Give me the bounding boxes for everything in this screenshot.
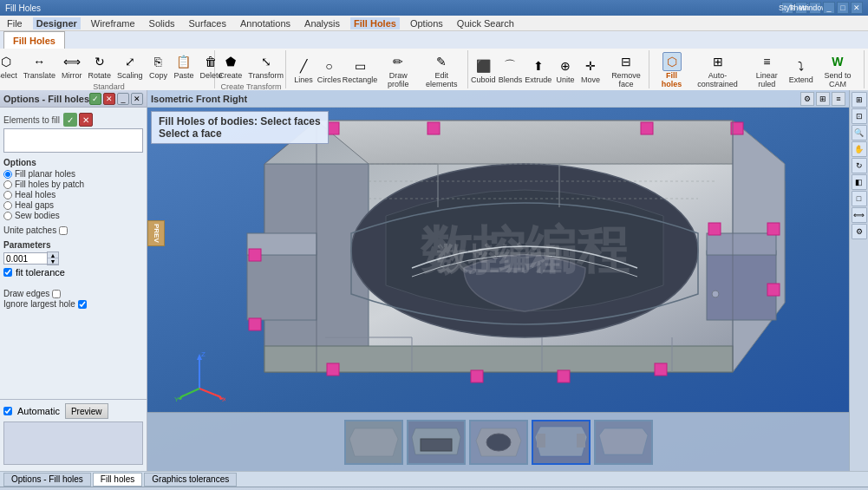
bottom-tab-options-fill[interactable]: Options - Fill holes xyxy=(3,473,91,487)
unite-btn[interactable]: ⊕ Unite xyxy=(553,56,578,85)
auto-constrained-btn[interactable]: ⊞ Auto-constrained xyxy=(689,51,746,89)
preview-btn[interactable]: Preview xyxy=(65,403,108,419)
draw-edges-checkbox[interactable] xyxy=(52,290,61,298)
viewport-zoom-btn[interactable]: ⊞ xyxy=(816,92,830,106)
panel-cancel-btn[interactable]: ✕ xyxy=(103,93,115,105)
menu-analysis[interactable]: Analysis xyxy=(301,17,343,29)
heal-gaps-radio[interactable] xyxy=(3,201,12,210)
elements-fill-input[interactable] xyxy=(3,128,143,153)
panel-minimize-btn[interactable]: _ xyxy=(117,93,129,105)
fill-by-patch-radio[interactable] xyxy=(3,180,12,189)
extrude-btn[interactable]: ⬆ Extrude xyxy=(524,56,552,85)
titlebar-controls: Style Theme Windows _ □ ✕ xyxy=(781,2,863,14)
paste-btn[interactable]: 📋 Paste xyxy=(171,51,196,81)
mirror-btn[interactable]: ⟺ Mirror xyxy=(59,51,85,81)
axis-indicator: Z X Y xyxy=(173,350,225,402)
prev-btn[interactable]: PREV xyxy=(147,220,165,246)
linear-ruled-btn[interactable]: ≡ Linear ruled xyxy=(747,51,787,89)
tolerance-spin: ▲ ▼ xyxy=(3,252,59,265)
menubar: File Designer Wireframe Solids Surfaces … xyxy=(0,16,868,31)
create-btn[interactable]: ⬟ Create xyxy=(216,51,245,81)
close-btn[interactable]: ✕ xyxy=(851,2,863,14)
lines-btn[interactable]: ╱ Lines xyxy=(291,56,316,85)
ignore-largest-checkbox[interactable] xyxy=(78,300,87,309)
options-section-label: Options xyxy=(3,158,143,167)
rotate-btn[interactable]: ↻ Rotate xyxy=(85,51,114,81)
bottom-tab-graphics[interactable]: Graphics tolerances xyxy=(144,473,237,487)
cuboid-btn[interactable]: ⬛ Cuboid xyxy=(470,56,497,85)
maximize-btn[interactable]: □ xyxy=(837,2,849,14)
svg-rect-24 xyxy=(558,370,570,382)
panel-ok-btn[interactable]: ✓ xyxy=(89,93,101,105)
elements-fill-ok[interactable]: ✓ xyxy=(63,113,77,127)
unite-patches-checkbox[interactable] xyxy=(59,226,68,235)
automatic-checkbox[interactable] xyxy=(3,407,12,415)
draw-profile-btn[interactable]: ✏ Draw profile xyxy=(378,51,418,89)
send-to-cam-icon: W xyxy=(828,52,847,71)
titlebar-title: Fill Holes xyxy=(5,3,41,13)
menu-annotations[interactable]: Annotations xyxy=(237,17,294,29)
menu-fill-holes[interactable]: Fill Holes xyxy=(350,17,400,29)
rt-measure-btn[interactable]: ⟺ xyxy=(852,207,867,223)
thumbnail-1[interactable] xyxy=(344,420,403,465)
transform-btn[interactable]: ⤡ Transform xyxy=(245,51,286,81)
tolerance-down-btn[interactable]: ▼ xyxy=(48,258,58,265)
rt-wire-btn[interactable]: □ xyxy=(852,191,867,206)
viewport-settings-btn[interactable]: ⚙ xyxy=(800,92,814,106)
circles-btn[interactable]: ○ Circles xyxy=(317,56,342,85)
heal-holes-radio[interactable] xyxy=(3,191,12,199)
elements-fill-row: Elements to fill ✓ ✕ xyxy=(3,113,143,127)
svg-text:数控编程: 数控编程 xyxy=(420,221,630,279)
rt-view1-btn[interactable]: ⊞ xyxy=(852,92,867,108)
svg-rect-25 xyxy=(655,363,667,376)
thumbnail-3[interactable] xyxy=(469,420,528,465)
edit-elements-btn[interactable]: ✎ Edit elements xyxy=(419,51,464,89)
fill-planar-radio[interactable] xyxy=(3,170,12,179)
fill-holes-btn[interactable]: ⬡ Fill holes xyxy=(655,51,689,89)
thumbnail-4[interactable] xyxy=(532,420,591,465)
menu-file[interactable]: File xyxy=(3,17,26,29)
select-btn[interactable]: ⬡ Select xyxy=(0,51,20,81)
tab-fill-holes[interactable]: Fill Holes xyxy=(3,31,65,49)
translate-btn[interactable]: ↔ Translate xyxy=(21,51,58,81)
tolerance-input[interactable] xyxy=(3,252,47,265)
menu-designer[interactable]: Designer xyxy=(33,17,81,29)
menu-wireframe[interactable]: Wireframe xyxy=(88,17,139,29)
svg-line-36 xyxy=(180,389,199,397)
scaling-btn[interactable]: ⤢ Scaling xyxy=(114,51,146,81)
windows-menu[interactable]: Windows xyxy=(809,2,821,14)
panel-close-btn[interactable]: ✕ xyxy=(131,93,143,105)
sew-bodies-radio[interactable] xyxy=(3,212,12,220)
bottom-tab-fill[interactable]: Fill holes xyxy=(93,473,142,487)
ribbon: Fill Holes ⬡ Select ↔ Translate ⟺ Mirror… xyxy=(0,31,868,90)
rt-settings-btn[interactable]: ⚙ xyxy=(852,224,867,239)
extend-btn[interactable]: ⤵ Extend xyxy=(788,56,814,85)
rt-pan-btn[interactable]: ✋ xyxy=(852,141,867,157)
rt-view2-btn[interactable]: ⊡ xyxy=(852,108,867,124)
menu-surfaces[interactable]: Surfaces xyxy=(186,17,230,29)
menu-options[interactable]: Options xyxy=(407,17,447,29)
copy-btn[interactable]: ⎘ Copy xyxy=(146,51,170,81)
minimize-btn[interactable]: _ xyxy=(823,2,835,14)
elements-fill-cancel[interactable]: ✕ xyxy=(79,113,93,127)
blends-btn[interactable]: ⌒ Blends xyxy=(498,56,524,85)
thumbnail-2[interactable] xyxy=(407,420,466,465)
sew-bodies-label: Sew bodies xyxy=(15,211,60,220)
rectangle-btn[interactable]: ▭ Rectangle xyxy=(343,56,377,85)
fit-tolerance-checkbox[interactable] xyxy=(3,268,12,277)
panel-body: Elements to fill ✓ ✕ Options Fill planar… xyxy=(0,108,147,399)
unite-patches-option: Unite patches xyxy=(3,225,143,235)
menu-quick-search[interactable]: Quick Search xyxy=(454,17,518,29)
rt-rotate-btn[interactable]: ↻ xyxy=(852,158,867,173)
remove-face-btn[interactable]: ⊟ Remove face xyxy=(604,51,649,89)
ribbon-group-workplanes: ╱ Lines ○ Circles ▭ Rectangle ✏ Draw pro… xyxy=(288,50,468,88)
viewport-list-btn[interactable]: ≡ xyxy=(832,92,845,106)
rt-shade-btn[interactable]: ◧ xyxy=(852,174,867,190)
menu-solids[interactable]: Solids xyxy=(146,17,179,29)
heal-gaps-label: Heal gaps xyxy=(15,200,54,210)
right-toolbar: ⊞ ⊡ 🔍 ✋ ↻ ◧ □ ⟺ ⚙ xyxy=(849,90,868,471)
rt-zoom-btn[interactable]: 🔍 xyxy=(852,125,867,140)
send-to-cam-btn[interactable]: W Send to CAM xyxy=(815,51,860,89)
move-btn[interactable]: ✛ Move xyxy=(578,56,603,85)
thumbnail-5[interactable] xyxy=(594,420,653,465)
